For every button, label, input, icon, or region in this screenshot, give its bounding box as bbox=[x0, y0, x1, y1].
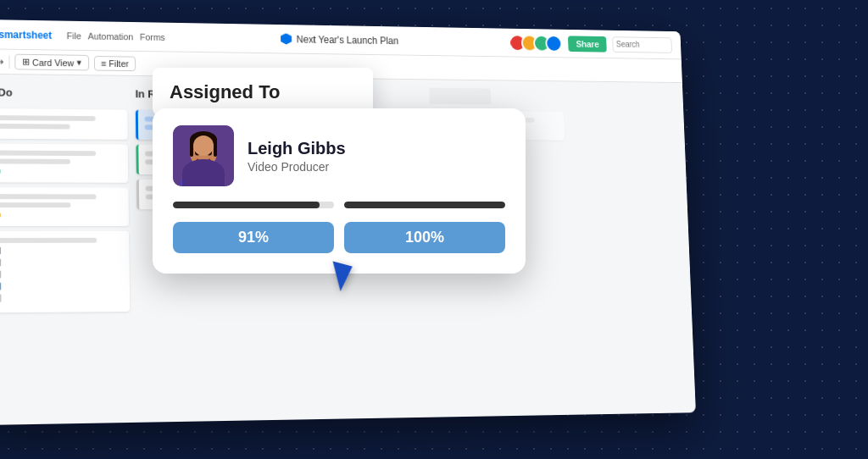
svg-point-3 bbox=[190, 137, 217, 168]
card-line bbox=[0, 115, 95, 121]
profile-info: Leigh Gibbs Video Producer bbox=[248, 138, 346, 174]
collaborator-avatars bbox=[509, 34, 563, 53]
card-line bbox=[0, 238, 97, 243]
svg-rect-2 bbox=[198, 159, 209, 171]
filter-label: Filter bbox=[108, 58, 129, 69]
progress-bars-row bbox=[173, 202, 505, 213]
card-status-dot bbox=[0, 211, 1, 219]
menu-automation[interactable]: Automation bbox=[88, 30, 134, 41]
card-line bbox=[0, 124, 70, 130]
card-view-label: Card View bbox=[32, 57, 74, 67]
filter-button[interactable]: ≡ Filter bbox=[93, 55, 136, 70]
cursor-arrow bbox=[326, 261, 352, 292]
menu-file[interactable]: File bbox=[67, 30, 81, 41]
progress-bar-2 bbox=[344, 202, 505, 213]
svg-point-7 bbox=[195, 150, 200, 156]
filter-icon: ≡ bbox=[101, 58, 106, 69]
card-checkbox[interactable] bbox=[0, 294, 1, 302]
app-name: smartsheet bbox=[0, 29, 52, 41]
person-title: Video Producer bbox=[248, 160, 346, 174]
window-title: Next Year's Launch Plan bbox=[297, 33, 399, 46]
kanban-card bbox=[0, 231, 130, 312]
avatar bbox=[173, 125, 234, 186]
card-view-button[interactable]: ⊞ Card View ▾ bbox=[14, 54, 88, 71]
card-status-dot bbox=[0, 167, 1, 175]
card-checkbox[interactable] bbox=[0, 246, 1, 255]
progress-labels: 91% 100% bbox=[173, 222, 505, 253]
assigned-to-title: Assigned To bbox=[170, 81, 280, 102]
svg-rect-6 bbox=[214, 140, 217, 157]
avatar-4 bbox=[546, 35, 563, 53]
progress-label-1: 91% bbox=[173, 222, 334, 253]
svg-rect-5 bbox=[190, 140, 193, 157]
card-checkbox[interactable] bbox=[0, 270, 1, 279]
share-button[interactable]: Share bbox=[568, 36, 606, 52]
avatar-svg bbox=[173, 125, 234, 186]
kanban-card bbox=[0, 144, 128, 183]
person-name: Leigh Gibbs bbox=[248, 138, 346, 158]
progress-track-2 bbox=[344, 202, 505, 208]
chevron-down-icon: ▾ bbox=[76, 58, 81, 69]
cursor bbox=[329, 263, 349, 290]
kanban-card bbox=[0, 108, 128, 140]
column-todo-header: To Do bbox=[0, 83, 127, 103]
svg-point-1 bbox=[181, 168, 225, 186]
card-checkbox[interactable] bbox=[0, 282, 1, 290]
progress-track-1 bbox=[173, 202, 334, 208]
popup-overlay: Assigned To bbox=[153, 68, 526, 274]
column-todo: To Do bbox=[0, 83, 131, 417]
profile-card: Leigh Gibbs Video Producer 91% bbox=[153, 108, 526, 274]
menu-forms[interactable]: Forms bbox=[140, 31, 165, 41]
card-line bbox=[0, 158, 70, 163]
progress-section: 91% 100% bbox=[173, 202, 505, 253]
profile-header: Leigh Gibbs Video Producer bbox=[173, 125, 505, 186]
card-line bbox=[0, 194, 96, 199]
progress-label-2: 100% bbox=[344, 222, 505, 253]
redo-icon[interactable]: ↪ bbox=[0, 55, 4, 68]
kanban-card bbox=[0, 187, 129, 226]
card-line bbox=[0, 151, 96, 157]
card-view-icon: ⊞ bbox=[22, 57, 30, 68]
card-line bbox=[0, 202, 70, 207]
svg-point-8 bbox=[207, 150, 212, 156]
card-checkbox[interactable] bbox=[0, 258, 1, 267]
progress-bar-1 bbox=[173, 202, 334, 213]
toolbar-separator-1 bbox=[8, 55, 9, 69]
app-logo: smartsheet bbox=[0, 28, 52, 41]
svg-point-4 bbox=[190, 131, 217, 148]
progress-fill-1 bbox=[173, 202, 320, 208]
shield-icon bbox=[281, 33, 292, 45]
search-input[interactable] bbox=[612, 36, 672, 53]
progress-fill-2 bbox=[344, 202, 505, 208]
window-title-area: Next Year's Launch Plan bbox=[171, 31, 504, 48]
